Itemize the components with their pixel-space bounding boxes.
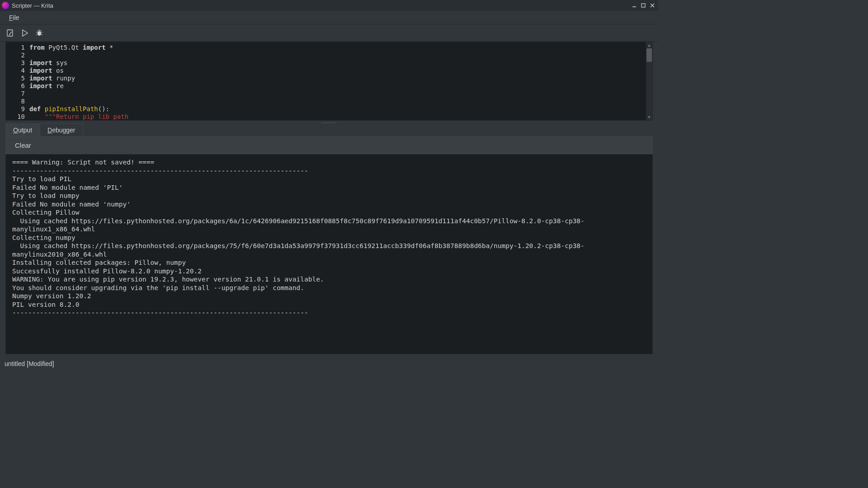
- menubar: File: [0, 11, 658, 24]
- code-area[interactable]: from PyQt5.Qt import * import sysimport …: [28, 42, 652, 120]
- scroll-up-icon[interactable]: ▲: [646, 42, 652, 48]
- svg-line-12: [38, 30, 38, 31]
- toolbar: [0, 24, 658, 42]
- line-gutter: 12345678910: [6, 42, 28, 120]
- code-editor[interactable]: 12345678910 from PyQt5.Qt import * impor…: [5, 42, 653, 121]
- debug-icon[interactable]: [35, 29, 43, 37]
- scroll-down-icon[interactable]: ▼: [646, 114, 652, 120]
- run-icon[interactable]: [21, 29, 29, 37]
- titlebar: Scripter — Krita: [0, 0, 658, 11]
- svg-line-10: [36, 34, 38, 35]
- new-script-icon[interactable]: [6, 29, 14, 37]
- status-text: untitled [Modified]: [5, 360, 54, 367]
- svg-line-8: [36, 32, 38, 33]
- output-console[interactable]: ==== Warning: Script not saved! ==== ---…: [5, 154, 653, 354]
- clear-button[interactable]: Clear: [15, 141, 31, 149]
- tab-output-rest: utput: [18, 127, 32, 134]
- svg-point-6: [38, 31, 41, 36]
- scroll-thumb[interactable]: [646, 48, 652, 62]
- svg-rect-1: [642, 4, 645, 7]
- window-title: Scripter — Krita: [12, 2, 630, 9]
- svg-line-11: [41, 34, 42, 35]
- output-toolbar: Clear: [5, 136, 653, 154]
- svg-line-13: [40, 30, 41, 31]
- bottom-tabs: Output Debugger: [5, 123, 653, 136]
- app-icon: [2, 2, 9, 9]
- editor-scrollbar[interactable]: ▲ ▼: [646, 42, 652, 120]
- svg-line-9: [41, 32, 42, 33]
- tab-debugger-rest: ebugger: [52, 127, 75, 134]
- close-button[interactable]: [648, 2, 656, 9]
- maximize-button[interactable]: [639, 2, 647, 9]
- statusbar: untitled [Modified]: [0, 358, 658, 370]
- svg-rect-4: [7, 30, 13, 36]
- minimize-button[interactable]: [630, 2, 638, 9]
- tab-output[interactable]: Output: [5, 123, 40, 136]
- menu-file-rest: ile: [13, 14, 19, 21]
- tab-debugger[interactable]: Debugger: [40, 123, 83, 136]
- menu-file[interactable]: File: [6, 12, 22, 23]
- svg-marker-5: [23, 30, 28, 36]
